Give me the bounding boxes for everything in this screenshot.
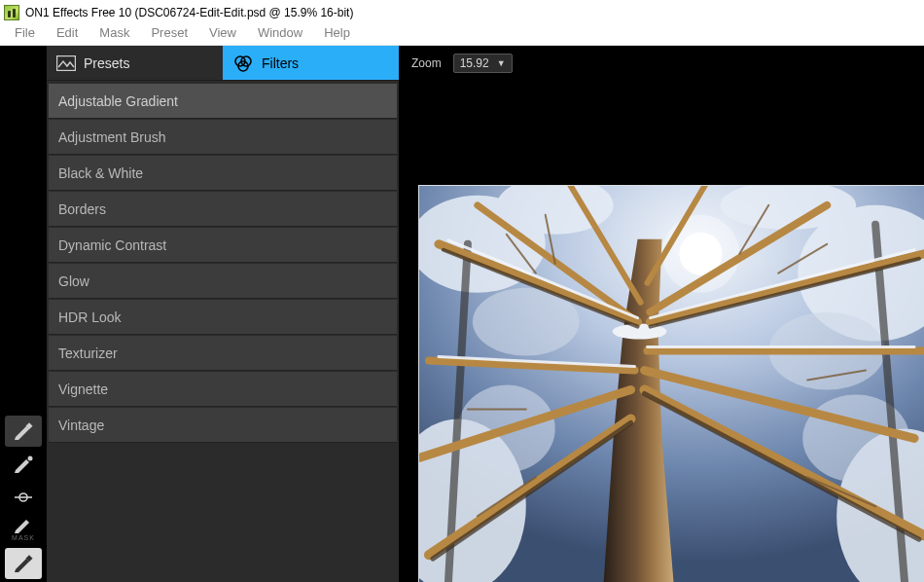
- side-panel: Presets Filters Adjustable Gradient Adju…: [47, 46, 400, 582]
- menu-file[interactable]: File: [4, 23, 46, 42]
- menu-window[interactable]: Window: [247, 23, 313, 42]
- canvas-area: Zoom 15.92 ▼: [400, 46, 924, 582]
- filter-item[interactable]: Texturizer: [49, 335, 397, 371]
- menu-preset[interactable]: Preset: [140, 23, 198, 42]
- filter-label: Adjustment Brush: [58, 129, 166, 145]
- menu-edit[interactable]: Edit: [46, 23, 89, 42]
- filters-icon: [232, 55, 254, 72]
- tab-filters-label: Filters: [262, 55, 299, 71]
- presets-icon: [56, 55, 76, 71]
- filter-label: Adjustable Gradient: [58, 93, 178, 109]
- tool-gradient[interactable]: [5, 482, 42, 513]
- zoom-select[interactable]: 15.92 ▼: [453, 54, 513, 73]
- window-title: ON1 Effects Free 10 (DSC06724-Edit-Edit.…: [25, 6, 353, 19]
- image-preview: [418, 185, 924, 582]
- tool-brush-2[interactable]: [5, 449, 42, 480]
- filter-label: Glow: [58, 273, 89, 289]
- filter-item[interactable]: Dynamic Contrast: [49, 227, 397, 263]
- filter-label: Texturizer: [58, 346, 118, 361]
- tool-brush-1[interactable]: [5, 416, 42, 447]
- tab-presets-label: Presets: [84, 55, 129, 71]
- tool-mask[interactable]: MASK: [5, 515, 42, 546]
- workspace: MASK Presets Filters Adjustable Gradient: [0, 46, 924, 582]
- svg-point-1: [28, 456, 33, 461]
- filter-item[interactable]: Adjustable Gradient: [49, 83, 397, 119]
- chevron-down-icon: ▼: [497, 58, 506, 68]
- filter-list: Adjustable Gradient Adjustment Brush Bla…: [47, 81, 399, 445]
- tab-presets[interactable]: Presets: [47, 46, 223, 80]
- filter-label: Dynamic Contrast: [58, 237, 166, 253]
- menu-view[interactable]: View: [198, 23, 247, 42]
- app-icon: [4, 5, 19, 20]
- filter-item[interactable]: HDR Look: [49, 299, 397, 335]
- title-bar: ON1 Effects Free 10 (DSC06724-Edit-Edit.…: [0, 0, 924, 22]
- filter-item[interactable]: Glow: [49, 263, 397, 299]
- menu-bar: File Edit Mask Preset View Window Help: [0, 22, 924, 46]
- filter-item[interactable]: Black & White: [49, 155, 397, 191]
- filter-label: Black & White: [58, 165, 143, 181]
- svg-rect-5: [57, 55, 76, 70]
- tool-mask-label: MASK: [12, 534, 35, 541]
- filter-item[interactable]: Adjustment Brush: [49, 119, 397, 155]
- filter-item[interactable]: Borders: [49, 191, 397, 227]
- filter-label: Borders: [58, 201, 106, 217]
- tab-filters[interactable]: Filters: [223, 46, 399, 80]
- tab-bar: Presets Filters: [47, 46, 399, 81]
- filter-label: Vignette: [58, 382, 108, 397]
- filter-item[interactable]: Vignette: [49, 371, 397, 407]
- zoom-label: Zoom: [411, 56, 442, 70]
- filter-label: HDR Look: [58, 309, 122, 325]
- menu-mask[interactable]: Mask: [89, 23, 140, 42]
- tool-column: MASK: [0, 46, 47, 582]
- viewport[interactable]: [400, 81, 924, 582]
- filter-item[interactable]: Vintage: [49, 407, 397, 443]
- tool-brush-active[interactable]: [5, 548, 42, 579]
- filter-label: Vintage: [58, 418, 104, 433]
- zoom-value: 15.92: [460, 56, 489, 70]
- menu-help[interactable]: Help: [313, 23, 361, 42]
- zoom-bar: Zoom 15.92 ▼: [400, 46, 924, 81]
